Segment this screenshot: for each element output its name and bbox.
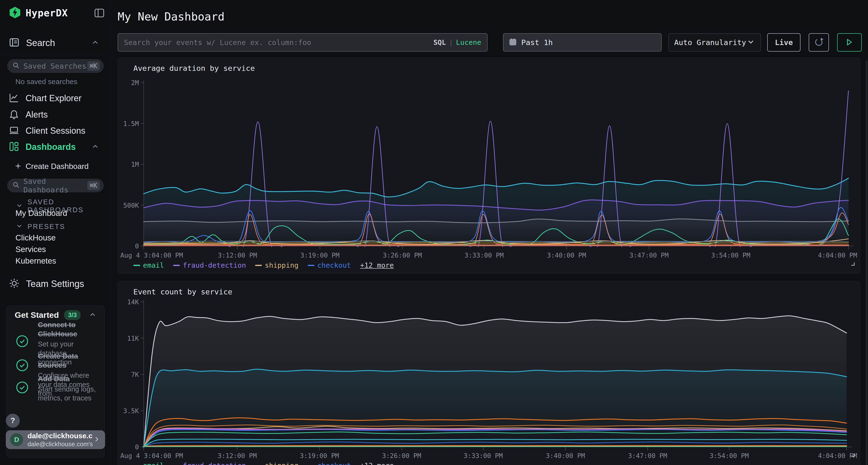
- sidebar-collapse-icon[interactable]: [94, 7, 105, 19]
- svg-text:Aug 4 3:04:00 PM: Aug 4 3:04:00 PM: [120, 452, 183, 460]
- legend-item-checkout[interactable]: checkout: [308, 261, 351, 269]
- nav-label: Alerts: [26, 110, 48, 120]
- search-icon: [12, 62, 20, 70]
- logo-row[interactable]: HyperDX: [9, 6, 105, 20]
- bell-icon: [9, 109, 19, 121]
- user-team: dale@clickhouse.com's: [28, 440, 93, 448]
- chart-title: Average duration by service: [133, 64, 255, 72]
- time-range-value: Past 1h: [521, 38, 553, 47]
- sidebar-item-chart-explorer[interactable]: Chart Explorer: [9, 92, 105, 105]
- line-chart[interactable]: 2M1.5M1M500K0Aug 4 3:04:00 PM3:12:00 PM3…: [118, 58, 861, 274]
- svg-text:3:47:00 PM: 3:47:00 PM: [628, 452, 668, 460]
- checklist-item[interactable]: Add Data Start sending logs, metrics, or…: [15, 374, 97, 403]
- chevron-up-icon[interactable]: [91, 142, 99, 152]
- legend-item-fraud-detection[interactable]: fraud-detection: [173, 461, 246, 465]
- gear-icon: [9, 278, 20, 290]
- legend-label: email: [143, 461, 164, 465]
- saved-searches-placeholder: Saved Searches: [23, 62, 87, 70]
- legend-item-shipping[interactable]: shipping: [255, 461, 299, 465]
- chart-panel-event-count: 14K11K7K3.5K0Aug 4 3:04:00 PM3:12:00 PM3…: [118, 281, 860, 465]
- svg-text:3:40:00 PM: 3:40:00 PM: [546, 452, 585, 460]
- nav-label: Client Sessions: [26, 126, 85, 136]
- live-button[interactable]: Live: [767, 33, 801, 52]
- refresh-button[interactable]: [809, 33, 829, 52]
- legend-label: shipping: [265, 461, 299, 465]
- legend-item-checkout[interactable]: checkout: [308, 461, 351, 465]
- svg-text:3:26:00 PM: 3:26:00 PM: [383, 252, 422, 259]
- svg-text:4:04:00 PM: 4:04:00 PM: [818, 252, 857, 259]
- legend-item-shipping[interactable]: shipping: [255, 261, 299, 269]
- time-range-picker[interactable]: Past 1h: [503, 33, 661, 52]
- chart-legend: emailfraud-detectionshippingcheckout+12 …: [133, 261, 394, 269]
- svg-text:3:33:00 PM: 3:33:00 PM: [465, 252, 504, 259]
- line-chart[interactable]: 14K11K7K3.5K0Aug 4 3:04:00 PM3:12:00 PM3…: [118, 281, 861, 465]
- shortcut-badge: ⌘K: [87, 181, 100, 190]
- page-scrollbar[interactable]: [866, 60, 868, 465]
- chevron-up-icon[interactable]: [91, 38, 99, 47]
- run-query-button[interactable]: [837, 33, 862, 52]
- sidebar-item-alerts[interactable]: Alerts: [9, 108, 105, 122]
- play-icon: [846, 38, 853, 46]
- user-menu[interactable]: D dale@clickhouse.com dale@clickhouse.co…: [6, 430, 105, 449]
- legend-more-link[interactable]: +12 more: [360, 261, 394, 269]
- legend-item-email[interactable]: email: [133, 261, 164, 269]
- legend-item-email[interactable]: email: [133, 461, 164, 465]
- svg-text:3:12:00 PM: 3:12:00 PM: [218, 252, 257, 259]
- help-button[interactable]: ?: [6, 414, 20, 428]
- plus-icon: [14, 162, 22, 171]
- checklist-item-title: Add Data: [38, 374, 98, 383]
- checklist-item-title: Connect to ClickHouse: [38, 320, 98, 338]
- saved-searches-input[interactable]: Saved Searches ⌘K: [7, 59, 104, 73]
- sidebar-item-dashboards[interactable]: Dashboards: [9, 140, 105, 154]
- refresh-icon: [813, 37, 824, 48]
- chart-legend: emailfraud-detectionshippingcheckout+12 …: [133, 461, 394, 465]
- resize-handle-icon[interactable]: [851, 453, 855, 458]
- dashboards-grid-icon: [9, 141, 19, 153]
- svg-text:0: 0: [135, 242, 139, 250]
- avatar: D: [10, 433, 23, 446]
- legend-more-link[interactable]: +12 more: [360, 461, 394, 465]
- svg-text:3:26:00 PM: 3:26:00 PM: [382, 452, 422, 460]
- page-title: My New Dashboard: [118, 10, 224, 23]
- svg-text:3:19:00 PM: 3:19:00 PM: [300, 452, 339, 460]
- legend-item-fraud-detection[interactable]: fraud-detection: [173, 261, 246, 269]
- svg-text:3:47:00 PM: 3:47:00 PM: [629, 252, 669, 259]
- sidebar: HyperDX Search Saved Searches ⌘K No save…: [0, 0, 111, 465]
- sql-toggle[interactable]: SQL: [433, 38, 446, 46]
- hyperdx-logo-icon: [9, 6, 21, 20]
- event-search-placeholder: Search your events w/ Lucene ex. column:…: [124, 38, 433, 47]
- chart-explorer-icon: [9, 93, 19, 104]
- event-search-input[interactable]: Search your events w/ Lucene ex. column:…: [118, 33, 488, 52]
- sidebar-item-team-settings[interactable]: Team Settings: [9, 277, 105, 291]
- sidebar-item-clickhouse[interactable]: ClickHouse: [16, 233, 56, 242]
- svg-text:3.5K: 3.5K: [123, 407, 139, 414]
- legend-swatch: [133, 265, 140, 266]
- team-settings-label: Team Settings: [26, 279, 84, 289]
- presets-section-header[interactable]: PRESETS: [16, 222, 65, 231]
- chevron-down-icon: [16, 222, 23, 231]
- granularity-select[interactable]: Auto Granularity: [669, 33, 761, 52]
- legend-swatch: [173, 265, 180, 266]
- svg-text:11K: 11K: [127, 335, 139, 342]
- resize-handle-icon[interactable]: [851, 262, 855, 267]
- svg-text:14K: 14K: [127, 298, 139, 306]
- svg-text:2M: 2M: [131, 79, 139, 87]
- svg-text:1.5M: 1.5M: [123, 120, 139, 128]
- chevron-up-icon[interactable]: [89, 310, 97, 320]
- sidebar-item-services[interactable]: Services: [16, 245, 46, 254]
- create-dashboard-button[interactable]: Create Dashboard: [14, 162, 89, 171]
- lucene-toggle[interactable]: Lucene: [456, 38, 481, 46]
- sidebar-item-my-dashboard[interactable]: My Dashboard: [16, 209, 67, 218]
- legend-label: email: [143, 261, 164, 269]
- sidebar-item-kubernetes[interactable]: Kubernetes: [16, 256, 56, 266]
- sidebar-item-client-sessions[interactable]: Client Sessions: [9, 124, 105, 138]
- get-started-progress-badge: 3/3: [64, 310, 81, 320]
- saved-dashboards-input[interactable]: Saved Dashboards ⌘K: [7, 179, 104, 192]
- sidebar-item-search[interactable]: Search: [9, 36, 105, 49]
- nav-label: Chart Explorer: [26, 93, 82, 103]
- search-icon: [12, 181, 20, 190]
- legend-label: shipping: [265, 261, 299, 269]
- saved-dashboards-placeholder: Saved Dashboards: [23, 177, 87, 194]
- legend-label: fraud-detection: [183, 261, 246, 269]
- svg-text:Aug 4 3:04:00 PM: Aug 4 3:04:00 PM: [120, 252, 183, 259]
